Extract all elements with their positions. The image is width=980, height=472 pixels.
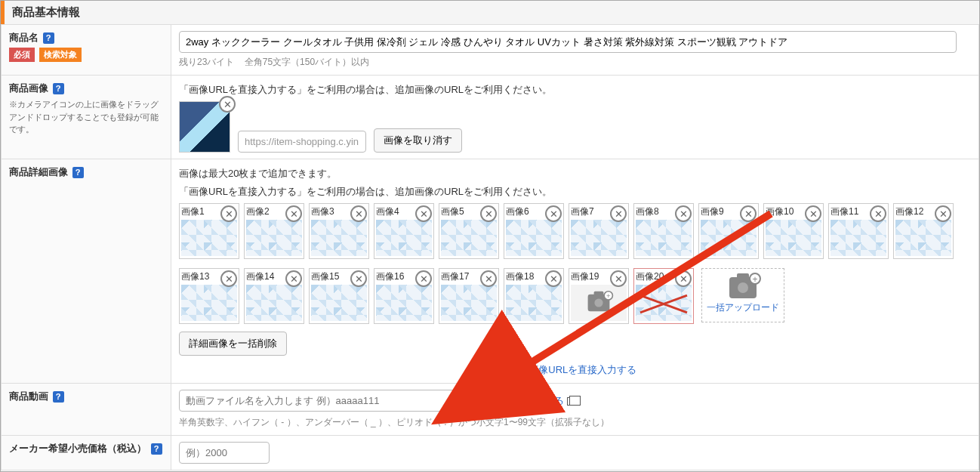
- name-hint-left: 残り23バイト: [179, 57, 234, 67]
- remove-main-image-button[interactable]: ✕: [219, 96, 236, 113]
- product-name-input[interactable]: [179, 31, 957, 53]
- detail-image-thumb[interactable]: 画像15✕: [309, 268, 369, 324]
- chevron-down-icon: ﹀: [513, 364, 523, 378]
- detail-image-preview: [766, 220, 821, 256]
- detail-image-grid: 画像1✕画像2✕画像3✕画像4✕画像5✕画像6✕画像7✕画像8✕画像9✕画像10…: [179, 203, 971, 324]
- help-icon[interactable]: ?: [151, 443, 162, 455]
- detail-image-preview: [441, 220, 497, 256]
- detail-image-thumb[interactable]: 画像1✕: [179, 203, 239, 259]
- detail-image-thumb[interactable]: 画像2✕: [244, 203, 304, 259]
- detail-image-preview: [571, 220, 627, 256]
- detail-image-thumb[interactable]: 画像14✕: [244, 268, 304, 324]
- detail-image-preview: [636, 220, 692, 256]
- external-link-icon: [567, 397, 577, 406]
- detail-images-label: 商品詳細画像: [9, 166, 68, 177]
- row-video-label-cell: 商品動画 ?: [2, 384, 171, 436]
- detail-image-preview: [181, 220, 237, 256]
- video-label: 商品動画: [9, 390, 48, 402]
- form-table: 商品名 ? 必須 検索対象 残り23バイト 全角75文字（150バイト）以内 商…: [1, 24, 979, 470]
- remove-image-button[interactable]: ✕: [740, 205, 757, 222]
- detail-image-thumb[interactable]: 画像16✕: [374, 268, 434, 324]
- remove-image-button[interactable]: ✕: [415, 270, 432, 287]
- detail-image-thumb[interactable]: 画像4✕: [374, 203, 434, 259]
- price-label: メーカー希望小売価格（税込）: [9, 443, 146, 454]
- detail-image-thumb[interactable]: 画像11✕: [828, 203, 889, 259]
- detail-image-preview: [246, 285, 302, 321]
- detail-note2: 「画像URLを直接入力する」をご利用の場合は、追加画像のURLをご利用ください。: [179, 185, 971, 199]
- detail-image-preview: [311, 285, 367, 321]
- remove-image-button[interactable]: ✕: [480, 205, 497, 222]
- detail-image-thumb[interactable]: 画像9✕: [698, 203, 759, 259]
- remove-image-button[interactable]: ✕: [870, 205, 886, 222]
- detail-image-preview: [376, 285, 432, 321]
- remove-image-button[interactable]: ✕: [935, 205, 951, 222]
- section-title: 商品基本情報: [1, 1, 979, 24]
- remove-image-button[interactable]: ✕: [545, 270, 562, 287]
- help-icon[interactable]: ?: [43, 32, 54, 44]
- row-detail-label-cell: 商品詳細画像 ?: [2, 159, 171, 384]
- detail-image-preview: [311, 220, 367, 256]
- cancel-image-button[interactable]: 画像を取り消す: [374, 128, 462, 153]
- detail-image-thumb[interactable]: 画像7✕: [569, 203, 629, 259]
- remove-image-button[interactable]: ✕: [350, 205, 367, 222]
- detail-image-preview: [441, 285, 497, 321]
- detail-image-thumb[interactable]: 画像10✕: [763, 203, 824, 259]
- row-name-label-cell: 商品名 ? 必須 検索対象: [2, 25, 171, 76]
- detail-image-preview: [246, 220, 302, 256]
- empty-image-slot[interactable]: +: [571, 285, 627, 321]
- bulk-delete-button[interactable]: 詳細画像を一括削除: [179, 332, 287, 356]
- msrp-input[interactable]: [179, 442, 270, 464]
- badge-search: 検索対象: [39, 48, 82, 62]
- remove-image-button[interactable]: ✕: [610, 205, 627, 222]
- detail-image-thumb[interactable]: 画像13✕: [179, 268, 239, 324]
- name-hint-right: 全角75文字（150バイト）以内: [245, 57, 369, 67]
- detail-image-preview: [506, 285, 562, 321]
- name-hint: 残り23バイト 全角75文字（150バイト）以内: [179, 56, 971, 69]
- help-icon[interactable]: ?: [72, 167, 84, 178]
- remove-image-button[interactable]: ✕: [285, 270, 302, 287]
- detail-image-preview: [701, 220, 757, 256]
- remove-image-button[interactable]: ✕: [610, 270, 627, 287]
- detail-image-preview: [895, 220, 951, 256]
- detail-image-thumb[interactable]: 画像17✕: [439, 268, 499, 324]
- camera-icon: +: [729, 277, 757, 298]
- remove-image-button[interactable]: ✕: [285, 205, 302, 222]
- detail-image-thumb[interactable]: 画像6✕: [504, 203, 564, 259]
- detail-image-preview: [506, 220, 562, 256]
- name-label: 商品名: [9, 32, 39, 43]
- detail-image-thumb[interactable]: 画像19+✕: [569, 268, 629, 324]
- crossed-out-icon: [636, 285, 692, 321]
- remove-image-button[interactable]: ✕: [415, 205, 432, 222]
- video-filename-input[interactable]: [179, 390, 470, 412]
- detail-image-thumb[interactable]: 画像12✕: [893, 203, 954, 259]
- detail-image-thumb[interactable]: 画像18✕: [504, 268, 564, 324]
- remove-image-button[interactable]: ✕: [350, 270, 367, 287]
- image-url-input[interactable]: [238, 131, 366, 153]
- video-hint: 半角英数字、ハイフン（ - ）、アンダーバー（ _ ）、ピリオド（ . ）かつ小…: [179, 416, 971, 429]
- detail-image-preview: [636, 285, 692, 321]
- badge-required: 必須: [9, 48, 35, 62]
- remove-image-button[interactable]: ✕: [220, 205, 237, 222]
- row-image-label-cell: 商品画像 ? ※カメラアイコンの上に画像をドラッグアンドドロップすることでも登録…: [2, 76, 171, 159]
- video-manage-link[interactable]: 動画管理一覧を見る: [476, 394, 577, 408]
- detail-note1: 画像は最大20枚まで追加できます。: [179, 167, 971, 180]
- detail-image-thumb[interactable]: 画像20✕: [633, 268, 694, 324]
- help-icon[interactable]: ?: [53, 391, 64, 403]
- remove-image-button[interactable]: ✕: [220, 270, 237, 287]
- help-icon[interactable]: ?: [53, 83, 64, 94]
- remove-image-button[interactable]: ✕: [675, 270, 692, 287]
- detail-image-preview: [376, 220, 432, 256]
- detail-image-preview: [181, 285, 237, 321]
- detail-image-thumb[interactable]: 画像3✕: [309, 203, 369, 259]
- remove-image-button[interactable]: ✕: [675, 205, 692, 222]
- bulk-upload-dropzone[interactable]: +一括アップロード: [701, 268, 784, 322]
- detail-image-thumb[interactable]: 画像8✕: [633, 203, 694, 259]
- remove-image-button[interactable]: ✕: [545, 205, 562, 222]
- main-image-thumb[interactable]: ✕: [179, 101, 230, 153]
- direct-url-row: ﹀ 画像URLを直接入力する: [179, 363, 971, 377]
- bulk-upload-label: 一括アップロード: [707, 301, 779, 314]
- remove-image-button[interactable]: ✕: [480, 270, 497, 287]
- remove-image-button[interactable]: ✕: [805, 205, 821, 222]
- direct-url-link[interactable]: 画像URLを直接入力する: [529, 364, 636, 375]
- detail-image-thumb[interactable]: 画像5✕: [439, 203, 499, 259]
